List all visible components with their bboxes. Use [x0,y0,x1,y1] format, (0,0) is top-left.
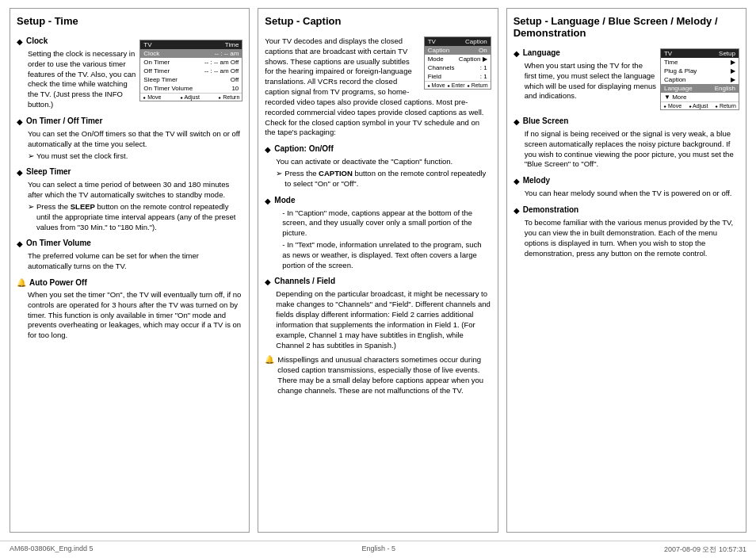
channelsfield-body: Depending on the particular broadcast, i… [276,289,491,350]
page: Setup - Time TV Time Clock-- : -- am On … [0,0,756,558]
melody-title: Melody [523,176,550,185]
bluescreen-title: Blue Screen [523,117,569,125]
panel-language: Setup - Language / Blue Screen / Melody … [506,8,746,533]
bluescreen-body: If no signal is being received or the si… [525,129,739,170]
mini-time-row-2: Off Timer-- : -- am Off [140,67,242,75]
mini-lang-row-4: ▼ More [661,93,739,101]
footer-left: AM68-03806K_Eng.indd 5 [10,545,94,555]
diamond-bluescreen: ◆ [514,117,520,126]
mini-caption-row-2: Channels: 1 [425,63,491,72]
note-icon-caption: 🔔 [265,355,274,364]
section-melody-header: ◆ Melody [514,176,739,185]
panel-time-title: Setup - Time [17,15,242,30]
mini-language-header-left: TV [664,50,672,57]
panel-language-title: Setup - Language / Blue Screen / Melody … [514,15,739,42]
content-area: Setup - Time TV Time Clock-- : -- am On … [0,0,756,541]
sleeptimer-note: ➢ Press the SLEEP button on the remote c… [28,202,242,232]
mini-time-row-3: Sleep TimerOff [140,75,242,84]
mini-time-footer: ⬥ Move ⬥ Adjust ⬥ Return [140,93,242,101]
captiononoff-note: ➢ Press the CAPTION button on the remote… [276,169,491,189]
note-icon-autopoweroff: 🔔 [17,278,26,287]
mini-lang-row-2: Caption▶ [661,75,739,84]
mini-caption-header-right: Caption [465,38,487,45]
clock-title: Clock [26,36,48,45]
diamond-demonstration: ◆ [514,206,520,215]
section-demonstration-header: ◆ Demonstration [514,205,739,215]
diamond-ontimervol: ◆ [17,239,23,248]
panel-caption-title: Setup - Caption [265,15,491,30]
section-captiononoff-header: ◆ Caption: On/Off [265,144,491,154]
sleeptimer-title: Sleep Timer [26,167,71,176]
captiononoff-title: Caption: On/Off [274,144,333,153]
autopoweroff-title: Auto Power Off [29,278,87,287]
sleeptimer-body: You can select a time period of between … [28,180,242,232]
panel-caption: Setup - Caption TV Caption CaptionOn Mod… [258,8,498,533]
language-title: Language [523,48,560,57]
mini-caption-header: TV Caption [425,37,491,46]
mini-time-row-4: On Timer Volume10 [140,84,242,93]
mini-language-footer: ⬥ Move ⬥ Adjust ⬥ Return [661,101,739,109]
mode-body: - In "Caption" mode, captions appear at … [276,208,491,271]
mini-lang-row-3: LanguageEnglish [661,84,739,93]
ontimervol-body: The preferred volume can be set for when… [28,251,242,272]
mini-language-header: TV Setup [661,49,739,58]
captiononoff-body: You can activate or deactivate the "Capt… [276,157,491,189]
ontimervol-title: On Timer Volume [26,239,91,247]
section-bluescreen-header: ◆ Blue Screen [514,117,739,126]
section-mode-header: ◆ Mode [265,196,491,205]
mini-screen-language: TV Setup Time▶ Plug & Play▶ Caption▶ Lan… [660,48,739,110]
diamond-captiononoff: ◆ [265,145,271,154]
mini-time-row-1: On Timer-- : -- am Off [140,58,242,67]
caption-note1-body: Misspellings and unusual characters some… [277,355,491,396]
mini-caption-footer: ⬥ Move ⬥ Enter ⬥ Return [425,81,491,89]
mini-time-header-left: TV [143,41,151,48]
mini-screen-time: TV Time Clock-- : -- am On Timer-- : -- … [139,40,242,101]
autopoweroff-body: When you set the timer "On", the TV will… [28,290,242,341]
demonstration-title: Demonstration [523,205,579,214]
melody-body: You can hear melody sound when the TV is… [525,189,739,199]
mini-lang-row-0: Time▶ [661,58,739,67]
diamond-onofftimer: ◆ [17,117,23,126]
mini-caption-row-0: CaptionOn [425,46,491,55]
section-ontimervol-header: ◆ On Timer Volume [17,239,242,248]
onofftimer-body: You can set the On/Off timers so that th… [28,129,242,161]
footer-center: English - 5 [361,545,395,555]
diamond-clock: ◆ [17,37,23,46]
section-language-header: ◆ Language [514,48,656,58]
footer-right: 2007-08-09 오전 10:57:31 [664,545,746,555]
demonstration-body: To become familiar with the various menu… [525,218,739,258]
footer: AM68-03806K_Eng.indd 5 English - 5 2007-… [0,541,756,558]
mode-dash1: - In "Caption" mode, captions appear at … [282,208,491,239]
mini-lang-row-1: Plug & Play▶ [661,67,739,75]
diamond-channelsfield: ◆ [265,277,271,286]
mini-time-row-0: Clock-- : -- am [140,49,242,58]
section-sleeptimer-header: ◆ Sleep Timer [17,167,242,177]
onofftimer-note: ➢ You must set the clock first. [28,151,242,162]
section-clock-header: ◆ Clock [17,36,136,46]
onofftimer-title: On Timer / Off Timer [26,117,102,125]
section-onofftimer-header: ◆ On Timer / Off Timer [17,117,242,126]
mini-language-header-right: Setup [719,50,735,57]
mini-caption-header-left: TV [428,38,436,45]
diamond-melody: ◆ [514,177,520,185]
channelsfield-title: Channels / Field [274,277,335,285]
diamond-mode: ◆ [265,197,271,205]
mini-caption-row-3: Field: 1 [425,72,491,81]
mode-dash2: - In "Text" mode, information unrelated … [282,240,491,270]
mini-caption-row-1: ModeCaption ▶ [425,55,491,63]
mini-screen-caption: TV Caption CaptionOn ModeCaption ▶ Chann… [424,36,491,90]
caption-note1: 🔔 Misspellings and unusual characters so… [265,355,491,399]
diamond-sleeptimer: ◆ [17,168,23,177]
section-autopoweroff-header: 🔔 Auto Power Off [17,278,242,287]
mini-time-header-right: Time [225,41,239,48]
diamond-language: ◆ [514,49,520,58]
mini-time-header: TV Time [140,40,242,49]
section-channelsfield-header: ◆ Channels / Field [265,277,491,286]
panel-time: Setup - Time TV Time Clock-- : -- am On … [10,8,250,533]
mode-title: Mode [274,196,295,204]
